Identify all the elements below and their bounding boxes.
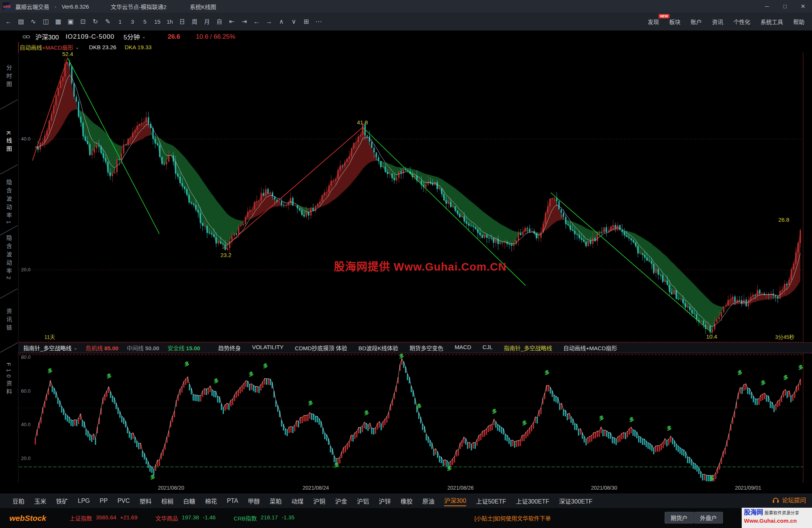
product-tab-棕榈[interactable]: 棕榈 <box>161 496 173 505</box>
period-day-button[interactable]: 日 <box>176 15 188 28</box>
period-1-button[interactable]: 1 <box>114 15 126 28</box>
product-tab-棉花[interactable]: 棉花 <box>205 496 217 505</box>
page-start-icon[interactable]: ⇤ <box>226 15 238 28</box>
svg-text:多: 多 <box>544 370 549 375</box>
prev-icon[interactable]: ← <box>250 15 263 28</box>
indicator-tab-MACD[interactable]: MACD <box>454 344 471 352</box>
main-candlestick-chart[interactable]: 40.020.052.441.823.210.426.8 <box>18 52 812 342</box>
page-end-icon[interactable]: ⇥ <box>238 15 250 28</box>
period-1h-button[interactable]: 1h <box>164 15 176 28</box>
menu-发现[interactable]: 发现NEW <box>648 18 659 26</box>
product-tab-沪深300[interactable]: 沪深300 <box>444 496 466 506</box>
product-tab-铁矿[interactable]: 铁矿 <box>56 496 68 505</box>
foreign-account-button[interactable]: 外盘户 <box>694 512 723 523</box>
sidebar-tab-隐含波动率2[interactable]: 隐含波动率2 <box>0 232 18 285</box>
grid-layout-icon[interactable]: ⊞ <box>300 15 312 28</box>
product-tab-甲醇[interactable]: 甲醇 <box>248 496 260 505</box>
indicator-tab-VOLATILITY[interactable]: VOLATILITY <box>252 344 283 352</box>
sidebar-tab-分时图[interactable]: 分时图 <box>0 58 18 96</box>
period-5-button[interactable]: 5 <box>139 15 151 28</box>
oscillator-chart[interactable]: 多多多多多多多多多多多多多多多多多多多多多多多多80.060.040.020.0 <box>18 353 812 483</box>
zoom-out-icon[interactable]: ∧ <box>275 15 288 28</box>
period-15-button[interactable]: 15 <box>151 15 164 28</box>
product-tab-沪铜[interactable]: 沪铜 <box>313 496 325 505</box>
svg-text:多: 多 <box>667 425 671 431</box>
period-month-button[interactable]: 月 <box>201 15 213 28</box>
symbol-name[interactable]: 沪深300 <box>35 32 59 41</box>
indicator-tab-BD波段K线体验[interactable]: BD波段K线体验 <box>359 344 398 352</box>
maximize-button[interactable]: □ <box>776 0 794 13</box>
sub-indicator-name[interactable]: 指南针_多空战略线 <box>23 344 71 352</box>
product-tab-LPG[interactable]: LPG <box>78 498 90 504</box>
product-tab-沪锌[interactable]: 沪锌 <box>379 496 391 505</box>
svg-text:80.0: 80.0 <box>21 354 30 360</box>
more-icon[interactable]: ⋯ <box>312 15 325 28</box>
forum-link[interactable]: 论坛提问 <box>772 495 806 504</box>
svg-text:多: 多 <box>629 417 634 422</box>
product-tab-PP[interactable]: PP <box>100 498 108 504</box>
menu-板块[interactable]: 板块 <box>669 18 680 26</box>
indicator-tab-指南针_多空战略线[interactable]: 指南针_多空战略线 <box>504 344 552 352</box>
period-custom-button[interactable]: 自 <box>213 15 226 28</box>
save-icon[interactable]: ⊡ <box>77 15 89 28</box>
indicator-tab-趋势终身[interactable]: 趋势终身 <box>218 344 241 352</box>
product-tab-深证300ETF[interactable]: 深证300ETF <box>559 496 592 505</box>
chevron-down-icon[interactable]: ⌄ <box>142 34 146 39</box>
period-week-button[interactable]: 周 <box>188 15 201 28</box>
product-tab-菜粕[interactable]: 菜粕 <box>270 496 282 505</box>
product-tab-上证50ETF[interactable]: 上证50ETF <box>476 496 506 505</box>
menu-帮助[interactable]: 帮助 <box>793 18 804 26</box>
sidebar-tab-资讯链[interactable]: 资讯链 <box>0 301 18 340</box>
next-icon[interactable]: → <box>263 15 275 28</box>
product-tab-塑料[interactable]: 塑料 <box>139 496 151 505</box>
menu-资讯[interactable]: 资讯 <box>712 18 723 26</box>
period-3-button[interactable]: 3 <box>126 15 139 28</box>
contract-code[interactable]: IO2109-C-5000 <box>65 33 114 41</box>
indicator-tab-CDMD抄底摸顶 体验[interactable]: CDMD抄底摸顶 体验 <box>295 344 347 352</box>
toolbar-icons: ←▤∿◫▦▣⊡↻✎135151h日周月自⇤⇥←→∧∨⊞⋯ <box>2 13 325 30</box>
indicator-name[interactable]: 自动画线 <box>20 43 42 51</box>
svg-text:多: 多 <box>709 476 714 481</box>
indicator-tab-CJL[interactable]: CJL <box>483 344 493 352</box>
sidebar-tab-K线图[interactable]: K线图 <box>0 124 18 162</box>
product-tab-豆粕[interactable]: 豆粕 <box>12 496 24 505</box>
quote-board-icon[interactable]: ▤ <box>15 15 27 28</box>
param-安全线: 安全线 15.00 <box>168 345 200 351</box>
candlestick-chart-icon[interactable]: ◫ <box>39 15 52 28</box>
refresh-icon[interactable]: ↻ <box>89 15 102 28</box>
indicator-name-2[interactable]: +MACD扇形 <box>42 43 73 51</box>
sidebar-tab-F10资料[interactable]: F10资料 <box>0 355 18 404</box>
product-tab-上证300ETF[interactable]: 上证300ETF <box>516 496 549 505</box>
close-button[interactable]: ✕ <box>794 0 812 13</box>
product-tab-白糖[interactable]: 白糖 <box>183 496 195 505</box>
line-chart-icon[interactable]: ∿ <box>27 15 39 28</box>
menu-账户[interactable]: 账户 <box>691 18 702 26</box>
back-icon[interactable]: ← <box>2 15 15 28</box>
product-tab-橡胶[interactable]: 橡胶 <box>400 496 412 505</box>
multi-chart-icon[interactable]: ▦ <box>52 15 64 28</box>
svg-text:多: 多 <box>214 378 218 384</box>
chevron-down-icon[interactable]: ⌄ <box>75 44 79 50</box>
product-tab-原油[interactable]: 原油 <box>422 496 434 505</box>
tip-link[interactable]: [小贴士]如何使用文华软件下单 <box>474 514 551 522</box>
product-tab-PTA[interactable]: PTA <box>227 498 238 504</box>
indicator-tab-自动画线+MACD扇形[interactable]: 自动画线+MACD扇形 <box>564 344 617 352</box>
chevron-down-icon[interactable]: ⌄ <box>73 345 77 351</box>
window-controls: ─□✕ <box>758 0 812 13</box>
product-tab-动煤[interactable]: 动煤 <box>291 496 303 505</box>
product-tab-PVC[interactable]: PVC <box>117 498 130 504</box>
product-tab-玉米[interactable]: 玉米 <box>34 496 46 505</box>
menu-系统工具[interactable]: 系统工具 <box>760 18 783 26</box>
product-tab-沪金[interactable]: 沪金 <box>335 496 347 505</box>
zoom-in-icon[interactable]: ∨ <box>288 15 300 28</box>
product-tab-沪铝[interactable]: 沪铝 <box>357 496 369 505</box>
draw-board-icon[interactable]: ▣ <box>64 15 77 28</box>
indicator-tab-期货多空变色[interactable]: 期货多空变色 <box>409 344 443 352</box>
futures-account-button[interactable]: 期货户 <box>665 512 694 523</box>
period-selector[interactable]: 5分钟 <box>124 32 140 41</box>
draw-line-icon[interactable]: ✎ <box>102 15 114 28</box>
menu-个性化[interactable]: 个性化 <box>733 18 750 26</box>
minimize-button[interactable]: ─ <box>758 0 776 13</box>
sidebar-tab-隐含波动率1[interactable]: 隐含波动率1 <box>0 177 18 229</box>
link-icon[interactable] <box>23 35 30 39</box>
